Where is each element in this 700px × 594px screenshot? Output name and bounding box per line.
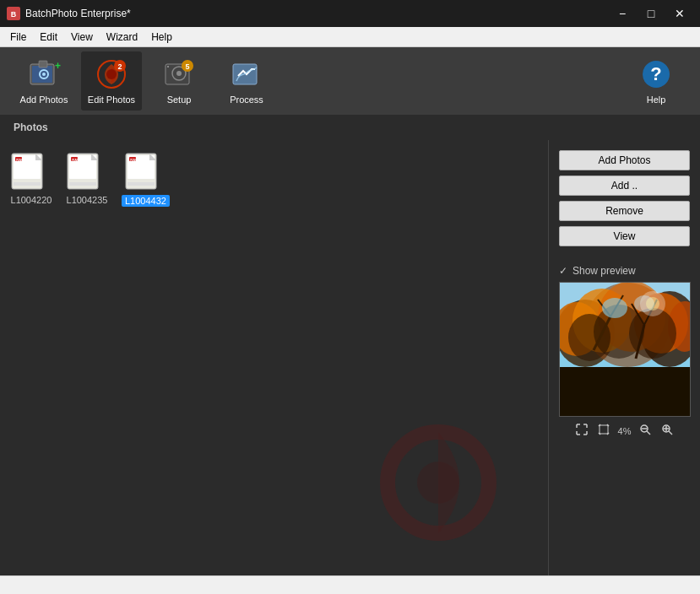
- checkmark-icon: ✓: [559, 265, 567, 277]
- photo-label-2: L1004235: [67, 195, 108, 205]
- setup-label: Setup: [167, 94, 192, 105]
- svg-text:RAW: RAW: [16, 158, 24, 162]
- photo-label-3: L1004432: [122, 195, 170, 207]
- svg-point-9: [106, 69, 117, 79]
- svg-point-37: [417, 462, 459, 504]
- photo-item-3[interactable]: RAW L1004432: [118, 147, 173, 210]
- toolbar-add-photos[interactable]: + Add Photos: [14, 51, 74, 111]
- process-icon: [230, 57, 263, 91]
- add-photos-button[interactable]: Add Photos: [559, 150, 690, 170]
- svg-text:RAW: RAW: [72, 158, 80, 162]
- status-bar: [0, 575, 700, 594]
- help-icon: ?: [639, 57, 673, 91]
- photo-item-2[interactable]: RAW L1004235: [62, 147, 111, 210]
- svg-line-67: [669, 431, 672, 435]
- toolbar-process[interactable]: Process: [216, 51, 277, 111]
- svg-text:B: B: [11, 10, 17, 19]
- svg-text:5: 5: [185, 62, 189, 71]
- svg-point-14: [176, 71, 182, 76]
- photo-thumbnail-2: RAW: [66, 150, 108, 192]
- section-header: Photos: [0, 115, 700, 140]
- right-sidebar: Add Photos Add .. Remove View ✓ Show pre…: [548, 140, 700, 575]
- process-label: Process: [230, 94, 263, 105]
- main-area: Photos RAW L1004: [0, 115, 700, 575]
- svg-rect-15: [167, 66, 169, 68]
- photos-section-title: Photos: [14, 122, 48, 133]
- zoom-in-button[interactable]: [659, 422, 675, 440]
- title-controls: − □ ✕: [609, 0, 693, 27]
- setup-icon: 5: [162, 57, 196, 91]
- menu-help[interactable]: Help: [144, 30, 179, 45]
- svg-point-58: [602, 298, 627, 318]
- svg-text:RAW: RAW: [131, 158, 139, 162]
- close-button[interactable]: ✕: [666, 0, 693, 27]
- zoom-out-button[interactable]: [638, 422, 653, 440]
- add-button[interactable]: Add ..: [559, 176, 690, 196]
- svg-rect-4: [39, 61, 47, 68]
- fit-page-button[interactable]: [596, 422, 611, 440]
- svg-rect-25: [14, 182, 41, 186]
- svg-line-64: [647, 431, 650, 435]
- show-preview-row: ✓ Show preview: [559, 265, 690, 277]
- svg-rect-30: [69, 182, 96, 186]
- toolbar-edit-photos[interactable]: 2 Edit Photos: [81, 51, 142, 111]
- show-preview-label: Show preview: [572, 265, 636, 277]
- svg-text:?: ?: [650, 63, 661, 84]
- zoom-level-display: 4%: [618, 426, 632, 436]
- app-icon: B: [7, 7, 20, 20]
- svg-point-6: [42, 73, 46, 76]
- toolbar-help[interactable]: ? Help: [626, 51, 686, 111]
- menu-wizard[interactable]: Wizard: [100, 30, 144, 45]
- title-bar: B BatchPhoto Enterprise* − □ ✕: [0, 0, 700, 27]
- menu-edit[interactable]: Edit: [33, 30, 64, 45]
- watermark-logo: [379, 424, 497, 542]
- title-left: B BatchPhoto Enterprise*: [7, 7, 131, 20]
- add-photos-label: Add Photos: [20, 94, 68, 105]
- fit-width-button[interactable]: [574, 422, 589, 440]
- photo-label-1: L1004220: [11, 195, 52, 205]
- preview-section: ✓ Show preview: [559, 265, 690, 440]
- photos-panel: RAW L1004220 RAW: [0, 140, 548, 575]
- remove-button[interactable]: Remove: [559, 201, 690, 221]
- window-title: BatchPhoto Enterprise*: [25, 8, 131, 19]
- svg-point-61: [646, 297, 659, 310]
- svg-rect-35: [128, 182, 155, 186]
- preview-image: [559, 282, 691, 417]
- menu-bar: File Edit View Wizard Help: [0, 27, 700, 47]
- svg-rect-43: [560, 367, 691, 417]
- content-area: RAW L1004220 RAW: [0, 140, 700, 575]
- preview-controls: 4%: [559, 422, 690, 440]
- svg-text:2: 2: [117, 62, 122, 71]
- toolbar: + Add Photos 2 Edit Photos: [0, 47, 700, 115]
- menu-view[interactable]: View: [64, 30, 100, 45]
- maximize-button[interactable]: □: [638, 0, 665, 27]
- minimize-button[interactable]: −: [609, 0, 636, 27]
- menu-file[interactable]: File: [3, 30, 33, 45]
- add-photos-icon: +: [27, 57, 61, 91]
- svg-text:+: +: [55, 60, 61, 72]
- view-button[interactable]: View: [559, 226, 690, 246]
- toolbar-setup[interactable]: 5 Setup: [149, 51, 209, 111]
- photo-item-1[interactable]: RAW L1004220: [7, 147, 56, 210]
- edit-photos-icon: 2: [95, 57, 128, 91]
- help-label: Help: [647, 94, 666, 105]
- photo-thumbnail-1: RAW: [10, 150, 52, 192]
- edit-photos-label: Edit Photos: [88, 94, 135, 105]
- svg-rect-62: [600, 425, 608, 434]
- photo-thumbnail-3: RAW: [124, 150, 166, 192]
